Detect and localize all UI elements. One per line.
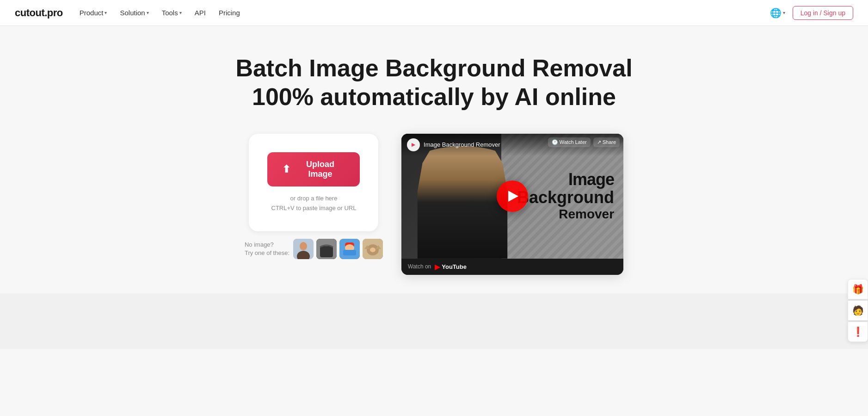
alert-icon: ❗ <box>852 326 864 337</box>
gift-button[interactable]: 🎁 <box>848 279 868 299</box>
video-text-overlay: Image Background Remover <box>517 170 614 222</box>
play-button[interactable] <box>497 180 528 212</box>
yt-logo-mini: ▶ <box>407 138 420 151</box>
svg-rect-4 <box>320 246 333 257</box>
watch-on-text: Watch on <box>408 263 431 270</box>
floating-buttons: 🎁 🧑 ❗ <box>848 279 868 342</box>
hero-title: Batch Image Background Removal 100% auto… <box>235 54 632 112</box>
language-icon: 🌐 <box>770 7 782 19</box>
product-chevron: ▾ <box>105 10 107 15</box>
user-icon: 🧑 <box>852 305 864 316</box>
login-button[interactable]: Log in / Sign up <box>793 6 853 20</box>
user-button[interactable]: 🧑 <box>848 300 868 321</box>
video-actions: 🕐 Watch Later ↗ Share <box>548 137 620 147</box>
share-btn[interactable]: ↗ Share <box>593 137 620 147</box>
nav-links: Product ▾ Solution ▾ Tools ▾ API Pricing <box>80 9 240 17</box>
nav-solution[interactable]: Solution ▾ <box>120 9 148 17</box>
content-row: ⬆ Upload Image or drop a file here CTRL+… <box>157 134 712 275</box>
language-button[interactable]: 🌐 ▾ <box>770 7 785 19</box>
svg-point-13 <box>370 248 376 252</box>
logo[interactable]: cutout.pro <box>15 7 63 19</box>
nav-product[interactable]: Product ▾ <box>80 9 107 17</box>
nav-left: cutout.pro Product ▾ Solution ▾ Tools ▾ … <box>15 7 240 19</box>
upload-hint-line1: or drop a file here <box>271 194 357 204</box>
solution-chevron: ▾ <box>147 10 149 15</box>
sample-thumbs <box>293 239 383 259</box>
upload-section: ⬆ Upload Image or drop a file here CTRL+… <box>245 134 383 260</box>
main-content: Batch Image Background Removal 100% auto… <box>0 26 868 293</box>
alert-button[interactable]: ❗ <box>848 322 868 342</box>
nav-pricing[interactable]: Pricing <box>219 9 240 17</box>
upload-hint-line2: CTRL+V to paste image or URL <box>271 204 357 213</box>
youtube-label: YouTube <box>442 263 467 270</box>
gift-icon: 🎁 <box>852 284 864 295</box>
upload-button-label: Upload Image <box>295 160 345 179</box>
watch-later-btn[interactable]: 🕐 Watch Later <box>548 137 591 147</box>
svg-point-1 <box>300 242 307 250</box>
sample-thumb-cat[interactable] <box>363 239 383 259</box>
svg-rect-8 <box>343 250 356 255</box>
logo-text: cutout.pro <box>15 7 63 19</box>
video-title: Image Background Remover <box>424 141 500 148</box>
video-placeholder: Image Background Remover ▶ Image Backgro… <box>401 134 623 259</box>
person-silhouette <box>412 146 512 259</box>
bottom-section <box>0 293 868 349</box>
sample-thumb-mario[interactable] <box>339 239 360 259</box>
nav-right: 🌐 ▾ Log in / Sign up <box>770 6 853 20</box>
hero-title-line2: 100% automatically by AI online <box>252 83 616 110</box>
upload-icon: ⬆ <box>282 163 290 175</box>
hero-title-line1: Batch Image Background Removal <box>235 55 632 81</box>
sample-thumb-person[interactable] <box>293 239 314 259</box>
youtube-logo: ▶ YouTube <box>435 262 467 271</box>
sample-thumb-hoodie[interactable] <box>316 239 337 259</box>
video-footer: Watch on ▶ YouTube <box>401 259 623 275</box>
tools-chevron: ▾ <box>179 10 182 15</box>
nav-tools[interactable]: Tools ▾ <box>162 9 182 17</box>
upload-hint: or drop a file here CTRL+V to paste imag… <box>271 194 357 213</box>
upload-box: ⬆ Upload Image or drop a file here CTRL+… <box>249 134 378 232</box>
lang-chevron: ▾ <box>783 10 785 15</box>
samples-row: No image? Try one of these: <box>245 239 383 259</box>
navigation: cutout.pro Product ▾ Solution ▾ Tools ▾ … <box>0 0 868 26</box>
youtube-icon: ▶ <box>435 262 440 271</box>
no-image-text: No image? Try one of these: <box>245 241 289 257</box>
video-section[interactable]: Image Background Remover ▶ Image Backgro… <box>401 134 623 275</box>
upload-button[interactable]: ⬆ Upload Image <box>267 152 360 186</box>
nav-api[interactable]: API <box>195 9 206 17</box>
